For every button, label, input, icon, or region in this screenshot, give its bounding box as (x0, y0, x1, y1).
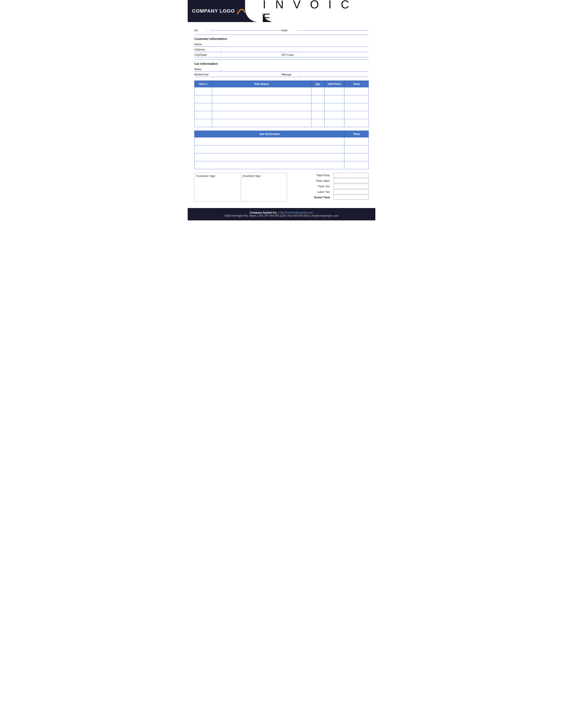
zip-colon: : (299, 53, 300, 56)
car-model-mileage-row: Model/Year : Mileage : (194, 72, 369, 77)
city-half: City/State : (194, 53, 282, 56)
part-total-cell (345, 87, 369, 95)
part-total-cell (345, 103, 369, 111)
parts-col-unit: Unit Price (325, 81, 345, 87)
parts-col-part: Part # (194, 81, 212, 87)
customer-sign-label: Customer Sign (196, 174, 215, 178)
part-name-cell (212, 87, 311, 95)
job-row (194, 137, 369, 145)
part-num-cell (194, 95, 212, 103)
total-parts-label: Total Parts (292, 174, 332, 177)
zip-label: ZIP Code (282, 53, 299, 56)
mileage-half: Mileage : (282, 73, 369, 76)
part-unit-cell (325, 119, 345, 127)
footer-line1: Company System Inc. | http://freewordtem… (190, 211, 373, 214)
totals-section: Total Parts Total Labor Parts Tax Labor … (292, 173, 369, 200)
total-parts-value (334, 173, 369, 178)
parts-col-total: Total (345, 81, 369, 87)
header: COMPANY LOGO I N V O I C E (188, 0, 375, 22)
parts-tax-value (334, 184, 369, 189)
job-desc-cell (194, 153, 345, 161)
part-num-cell (194, 119, 212, 127)
labor-tax-label: Labor Tax (292, 190, 332, 193)
name-label: Name (194, 43, 221, 46)
part-name-cell (212, 95, 311, 103)
no-colon: : (207, 29, 207, 32)
invoice-title-section: I N V O I C E (263, 0, 375, 22)
part-unit-cell (325, 95, 345, 103)
part-total-cell (345, 95, 369, 103)
car-section-title: Car Information: (194, 62, 369, 66)
job-total-cell (345, 161, 369, 169)
part-unit-cell (325, 87, 345, 95)
total-labor-row: Total Labor (292, 178, 369, 183)
labor-tax-row: Labor Tax (292, 189, 369, 194)
parts-table: Part # Part Name Qty Unit Price Total (194, 81, 369, 127)
job-row (194, 145, 369, 153)
part-num-cell (194, 103, 212, 111)
job-col-job: Job Performed (194, 131, 345, 137)
part-unit-cell (325, 103, 345, 111)
part-qty-cell (311, 95, 325, 103)
invoice-meta-row: No : Date : (194, 29, 369, 32)
job-desc-cell (194, 161, 345, 169)
grand-total-value (334, 195, 369, 200)
no-label: No (194, 29, 205, 32)
part-name-cell (212, 103, 311, 111)
make-label: Make (194, 68, 221, 71)
footer-website[interactable]: http://freewordtemplates.net/ (279, 211, 313, 214)
job-table: Job Performed Total (194, 131, 369, 169)
customer-city-zip-row: City/State : ZIP Code : (194, 53, 369, 57)
customer-address-row: Address : (194, 47, 369, 52)
parts-tax-label: Parts Tax (292, 185, 332, 188)
cashier-sign-box: [Cashier] Sign (241, 173, 287, 201)
date-colon: : (294, 29, 295, 32)
name-colon: : (221, 43, 222, 46)
model-half: Model/Year : (194, 73, 282, 76)
job-row (194, 161, 369, 169)
footer-line2: 8030 Harrington Rd, Miami, USA | Ph 555-… (190, 214, 373, 217)
part-name-cell (212, 111, 311, 119)
grand-total-label: Grand Total (292, 196, 332, 199)
total-parts-row: Total Parts (292, 173, 369, 178)
job-desc-cell (194, 137, 345, 145)
make-colon: : (221, 68, 222, 71)
logo-section: COMPANY LOGO (188, 0, 245, 22)
part-total-cell (345, 111, 369, 119)
car-make-row: Make : (194, 67, 369, 72)
job-desc-cell (194, 145, 345, 153)
logo-text: COMPANY LOGO (192, 8, 235, 14)
customer-section-title: Customer Information: (194, 37, 369, 41)
part-num-cell (194, 111, 212, 119)
part-name-cell (212, 119, 311, 127)
parts-col-name: Part Name (212, 81, 311, 87)
mileage-colon: : (299, 73, 300, 76)
part-qty-cell (311, 103, 325, 111)
city-colon: : (221, 53, 222, 56)
parts-row (194, 87, 369, 95)
invoice-title: I N V O I C E (263, 0, 369, 24)
customer-sign-box: Customer Sign (194, 173, 241, 201)
parts-col-qty: Qty (311, 81, 325, 87)
footer: Company System Inc. | http://freewordtem… (188, 208, 375, 220)
zip-half: ZIP Code : (282, 53, 369, 56)
part-qty-cell (311, 119, 325, 127)
total-labor-value (334, 178, 369, 183)
model-colon: : (221, 73, 222, 76)
parts-tax-row: Parts Tax (292, 184, 369, 189)
part-qty-cell (311, 111, 325, 119)
city-label: City/State (194, 53, 221, 56)
invoice-date-field: Date : (282, 29, 369, 32)
address-colon: : (221, 48, 222, 51)
part-qty-cell (311, 87, 325, 95)
address-label: Address (194, 48, 221, 51)
grand-total-row: Grand Total (292, 195, 369, 200)
parts-row (194, 103, 369, 111)
labor-tax-value (334, 189, 369, 194)
job-total-cell (345, 153, 369, 161)
sign-boxes: Customer Sign [Cashier] Sign (194, 173, 287, 201)
job-total-cell (345, 145, 369, 153)
date-label: Date (282, 29, 293, 32)
mileage-label: Mileage (282, 73, 299, 76)
job-col-total: Total (345, 131, 369, 137)
